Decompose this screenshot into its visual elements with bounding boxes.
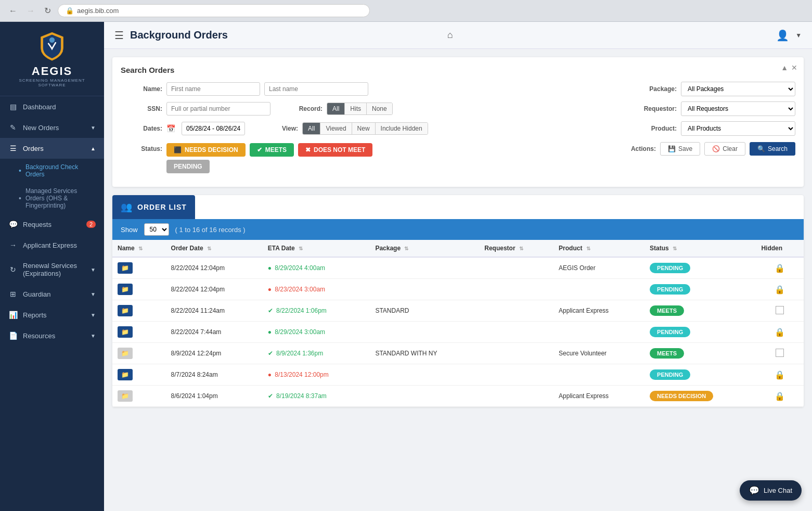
table-row: 📁 8/22/2024 7:44am ● 8/29/2024 3:00am PE… <box>112 322 804 343</box>
eta-value: 8/22/2024 1:06pm <box>276 307 327 314</box>
user-dropdown-arrow[interactable]: ▼ <box>795 32 802 39</box>
user-icon[interactable]: 👤 <box>776 29 789 42</box>
dates-value[interactable]: 05/28/24 - 08/26/24 <box>182 122 245 135</box>
panel-expand-button[interactable]: ▲ <box>781 63 788 72</box>
view-include-hidden-button[interactable]: Include Hidden <box>376 123 428 134</box>
record-hits-button[interactable]: Hits <box>345 103 367 114</box>
home-icon[interactable]: ⌂ <box>447 30 453 41</box>
cell-package: STANDARD WITH NY <box>370 343 479 364</box>
cell-order-date: 8/22/2024 12:04pm <box>166 257 263 279</box>
table-row: 📁 8/9/2024 12:24pm ✔ 8/9/2024 1:36pm STA… <box>112 343 804 364</box>
search-button[interactable]: 🔍 Search <box>750 142 795 156</box>
sidebar-item-applicant-express[interactable]: → Applicant Express <box>0 235 104 256</box>
cell-hidden <box>756 343 804 364</box>
app: AEGIS SCREENING MANAGEMENT SOFTWARE ▤ Da… <box>0 22 812 511</box>
dates-label: Dates: <box>121 125 162 132</box>
record-none-button[interactable]: None <box>367 103 392 114</box>
package-select[interactable]: All Packages <box>681 82 795 96</box>
table-row: 📁 8/7/2024 8:24am ● 8/13/2024 12:00pm PE… <box>112 364 804 386</box>
cell-package <box>370 322 479 343</box>
sidebar-item-dashboard[interactable]: ▤ Dashboard <box>0 96 104 117</box>
status-buttons: ⬛ NEEDS DECISION ✔ MEETS ✖ DOES NOT MEET <box>166 143 372 157</box>
reload-button[interactable]: ↻ <box>42 5 54 17</box>
eta-value: 8/29/2024 4:00am <box>275 264 325 272</box>
sidebar-item-orders[interactable]: ☰ Orders ▲ <box>0 138 104 159</box>
action-buttons: 💾 Save 🚫 Clear 🔍 Search <box>660 142 795 156</box>
cell-product <box>553 364 645 386</box>
sidebar-item-renewal-services[interactable]: ↻ Renewal Services (Expirations) ▼ <box>0 256 104 284</box>
eta-icon: ✔ <box>268 307 273 314</box>
table-header-row: Name ⇅ Order Date ⇅ ETA Date ⇅ Package ⇅… <box>112 240 804 257</box>
checkbox-icon[interactable] <box>776 349 784 357</box>
view-label: View: <box>256 125 298 132</box>
brand-name: AEGIS <box>8 65 96 78</box>
lock-icon: 🔒 <box>775 392 785 401</box>
save-icon: 💾 <box>668 145 676 152</box>
sidebar-item-requests[interactable]: 💬 Requests 2 <box>0 214 104 235</box>
meets-label: MEETS <box>265 146 287 154</box>
last-name-input[interactable] <box>264 82 368 96</box>
applicant-express-icon: → <box>8 241 18 249</box>
view-all-button[interactable]: All <box>303 123 320 134</box>
folder-button[interactable]: 📁 <box>118 369 133 380</box>
eta-icon: ● <box>268 264 272 272</box>
cell-status: PENDING <box>645 364 756 386</box>
record-all-button[interactable]: All <box>327 103 345 114</box>
url-bar[interactable]: 🔒 aegis.bib.com <box>58 4 370 17</box>
sort-name-icon: ⇅ <box>138 246 143 251</box>
back-button[interactable]: ← <box>6 5 20 17</box>
panel-close-button[interactable]: ✕ <box>791 63 797 72</box>
status-needs-decision-button[interactable]: ⬛ NEEDS DECISION <box>166 143 246 157</box>
save-button[interactable]: 💾 Save <box>660 142 700 156</box>
status-pending-button[interactable]: PENDING <box>166 160 210 173</box>
col-product: Product ⇅ <box>553 240 645 257</box>
sidebar: AEGIS SCREENING MANAGEMENT SOFTWARE ▤ Da… <box>0 22 104 511</box>
search-orders-panel: Search Orders ▲ ✕ Name: Package: All Pac… <box>112 57 804 187</box>
new-orders-arrow: ▼ <box>91 125 96 131</box>
forward-button[interactable]: → <box>24 5 37 17</box>
product-select[interactable]: All Products <box>681 121 795 136</box>
table-row: 📁 8/22/2024 12:04pm ● 8/23/2024 3:00am P… <box>112 279 804 300</box>
folder-button[interactable]: 📁 <box>118 284 133 295</box>
clear-button[interactable]: 🚫 Clear <box>704 142 745 156</box>
renewal-arrow: ▼ <box>91 267 96 273</box>
live-chat-button[interactable]: 💬 Live Chat <box>740 480 802 501</box>
status-does-not-meet-button[interactable]: ✖ DOES NOT MEET <box>298 143 372 157</box>
checkbox-icon[interactable] <box>776 306 784 314</box>
status-badge: MEETS <box>650 305 684 316</box>
folder-button[interactable]: 📁 <box>118 348 133 359</box>
cell-eta-date: ● 8/29/2024 3:00am <box>263 322 370 343</box>
eta-value: 8/9/2024 1:36pm <box>276 350 323 357</box>
folder-button[interactable]: 📁 <box>118 305 133 316</box>
first-name-input[interactable] <box>166 82 260 96</box>
cell-product <box>553 322 645 343</box>
folder-button[interactable]: 📁 <box>118 326 133 338</box>
sidebar-label-new-orders: New Orders <box>23 124 85 132</box>
view-new-button[interactable]: New <box>352 123 376 134</box>
status-label: Status: <box>121 145 162 152</box>
hamburger-icon[interactable]: ☰ <box>114 29 124 42</box>
sidebar-sub-managed-services[interactable]: Managed Services Orders (OHS & Fingerpri… <box>0 183 104 214</box>
cell-hidden: 🔒 <box>756 322 804 343</box>
orders-arrow: ▲ <box>91 146 96 151</box>
folder-button[interactable]: 📁 <box>118 390 133 402</box>
show-select[interactable]: 50 <box>144 223 169 236</box>
view-viewed-button[interactable]: Viewed <box>320 123 352 134</box>
main-content: ☰ Background Orders ⌂ 👤 ▼ Search Orders … <box>104 22 812 511</box>
calendar-icon[interactable]: 📅 <box>166 124 175 133</box>
table-row: 📁 8/6/2024 1:04pm ✔ 8/19/2024 8:37am App… <box>112 386 804 407</box>
name-label: Name: <box>121 85 162 93</box>
needs-decision-label: NEEDS DECISION <box>185 146 238 154</box>
sidebar-item-guardian[interactable]: ⊞ Guardian ▼ <box>0 284 104 304</box>
search-label: Search <box>768 145 788 152</box>
order-list-header: 👥 ORDER LIST <box>112 195 195 219</box>
sidebar-item-new-orders[interactable]: ✎ New Orders ▼ <box>0 117 104 138</box>
status-meets-button[interactable]: ✔ MEETS <box>250 143 294 157</box>
folder-button[interactable]: 📁 <box>118 262 133 274</box>
ssn-input[interactable] <box>166 102 270 116</box>
cell-requestor <box>479 322 553 343</box>
requestor-select[interactable]: All Requestors <box>681 101 795 116</box>
sidebar-item-reports[interactable]: 📊 Reports ▼ <box>0 304 104 325</box>
sidebar-item-resources[interactable]: 📄 Resources ▼ <box>0 325 104 346</box>
sidebar-sub-background-check[interactable]: Background Check Orders <box>0 159 104 183</box>
